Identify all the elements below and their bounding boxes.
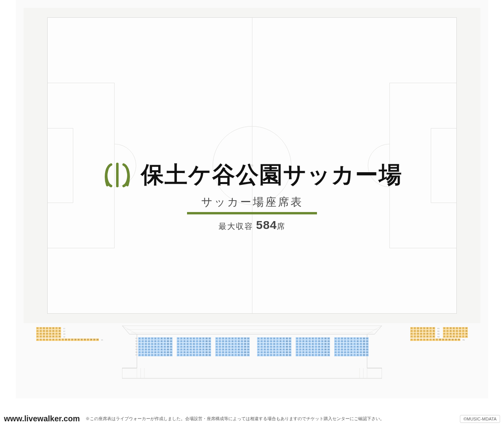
seat[interactable]: 6 <box>311 348 314 351</box>
seat[interactable]: 9 <box>241 337 243 340</box>
seat[interactable]: 3 <box>145 351 147 354</box>
seat[interactable]: 5 <box>423 327 426 329</box>
seat[interactable]: 9 <box>282 354 285 356</box>
seat[interactable]: 4 <box>46 330 48 332</box>
seat[interactable]: 7 <box>429 333 432 335</box>
seat[interactable]: 6 <box>231 343 234 345</box>
seat[interactable]: 3 <box>263 346 266 348</box>
seat[interactable]: 7 <box>196 343 198 345</box>
seat[interactable]: 10 <box>324 354 327 356</box>
seat[interactable]: 3 <box>43 335 45 338</box>
seat[interactable]: 7 <box>196 337 198 340</box>
seat[interactable]: 1 <box>334 351 337 354</box>
seat[interactable]: 9 <box>163 351 166 354</box>
seat[interactable]: 3 <box>302 343 305 345</box>
seat[interactable]: 8 <box>432 335 435 338</box>
seat[interactable]: 3 <box>145 354 147 356</box>
seat[interactable]: 10 <box>439 339 441 341</box>
seat[interactable]: 11 <box>247 354 250 356</box>
seat[interactable]: 9 <box>202 351 205 354</box>
seat[interactable]: 8 <box>58 335 61 338</box>
seat[interactable]: 7 <box>462 335 465 338</box>
seat[interactable]: 6 <box>350 354 353 356</box>
seat[interactable]: 4 <box>420 335 422 338</box>
seat[interactable]: 9 <box>359 354 362 356</box>
seat[interactable]: 8 <box>279 348 282 351</box>
seat[interactable]: 5 <box>347 354 350 356</box>
seat[interactable]: 3 <box>183 343 186 345</box>
seat[interactable]: 7 <box>429 330 432 332</box>
seat[interactable]: 1 <box>334 354 337 356</box>
seat[interactable]: 9 <box>202 337 205 340</box>
seat[interactable]: 10 <box>244 351 246 354</box>
seat[interactable]: 10 <box>167 346 169 348</box>
seat[interactable]: 1 <box>410 335 413 338</box>
seat[interactable]: 11 <box>170 346 172 348</box>
seat[interactable]: 5 <box>456 327 458 329</box>
seat[interactable]: 3 <box>222 354 224 356</box>
seat[interactable]: 11 <box>327 351 330 354</box>
seat[interactable]: 6 <box>52 335 55 338</box>
seat[interactable]: 7 <box>353 343 356 345</box>
seat[interactable]: 2 <box>39 330 42 332</box>
seat[interactable]: 11 <box>170 354 172 356</box>
seat[interactable]: 5 <box>151 346 154 348</box>
seat[interactable]: 8 <box>356 346 359 348</box>
seat[interactable]: 6 <box>459 330 461 332</box>
seat[interactable]: 1 <box>177 340 180 342</box>
seat[interactable]: 1 <box>215 337 218 340</box>
seat[interactable]: 8 <box>279 351 282 354</box>
seat[interactable]: 2 <box>141 348 144 351</box>
seat[interactable]: 7 <box>462 330 465 332</box>
seat[interactable]: 2 <box>337 348 340 351</box>
seat[interactable]: 7 <box>157 346 160 348</box>
seat[interactable]: 2 <box>39 333 42 335</box>
seat[interactable]: 2 <box>299 337 302 340</box>
seat[interactable]: 2 <box>337 354 340 356</box>
seat[interactable]: 4 <box>46 339 48 341</box>
seat[interactable]: 1 <box>138 337 141 340</box>
seat[interactable]: 9 <box>241 343 243 345</box>
seat[interactable]: 1 <box>296 343 298 345</box>
seat[interactable]: 4 <box>186 348 189 351</box>
seat[interactable]: 1 <box>410 330 413 332</box>
seat[interactable]: 3 <box>222 348 224 351</box>
seat[interactable]: 9 <box>202 346 205 348</box>
seat[interactable]: 10 <box>167 351 169 354</box>
seat[interactable]: 10 <box>285 337 288 340</box>
seat[interactable]: 11 <box>208 351 211 354</box>
seat[interactable]: 7 <box>429 335 432 338</box>
seat[interactable]: 1 <box>138 340 141 342</box>
seat[interactable]: 10 <box>363 343 365 345</box>
seat[interactable]: 8 <box>279 340 282 342</box>
seat[interactable]: 7 <box>276 346 279 348</box>
seat[interactable]: 6 <box>193 343 195 345</box>
seat[interactable]: 9 <box>321 343 324 345</box>
seat[interactable]: 6 <box>193 346 195 348</box>
seat[interactable]: 10 <box>285 346 288 348</box>
seat[interactable]: 9 <box>241 348 243 351</box>
seat[interactable]: 4 <box>186 354 189 356</box>
seat[interactable]: 4 <box>344 346 346 348</box>
seat[interactable]: 6 <box>311 343 314 345</box>
seat[interactable]: 8 <box>199 343 202 345</box>
seat[interactable]: 11 <box>208 354 211 356</box>
seat[interactable]: 7 <box>196 346 198 348</box>
seat[interactable]: 10 <box>205 340 208 342</box>
seat[interactable]: 15 <box>80 339 83 341</box>
seat[interactable]: 9 <box>163 343 166 345</box>
seat[interactable]: 5 <box>228 343 231 345</box>
seat[interactable]: 4 <box>148 343 150 345</box>
seat[interactable]: 5 <box>49 327 52 329</box>
seat[interactable]: 3 <box>263 337 266 340</box>
seat[interactable]: 8 <box>199 351 202 354</box>
seat[interactable]: 11 <box>170 337 172 340</box>
seat[interactable]: 7 <box>55 339 58 341</box>
seat[interactable]: 4 <box>225 351 228 354</box>
seat[interactable]: 8 <box>199 337 202 340</box>
seat[interactable]: 8 <box>318 346 321 348</box>
seat[interactable]: 5 <box>228 340 231 342</box>
seat[interactable]: 9 <box>241 346 243 348</box>
seat[interactable]: 4 <box>452 333 455 335</box>
seat[interactable]: 4 <box>46 335 48 338</box>
